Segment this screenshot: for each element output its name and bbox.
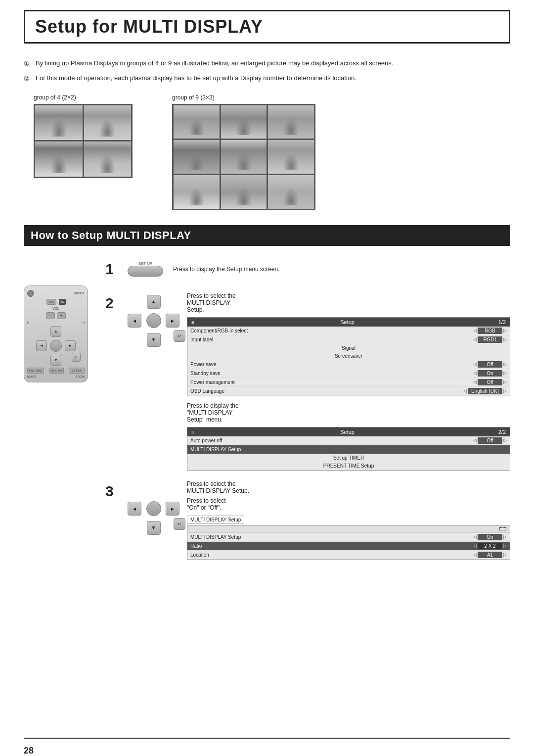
arrow-right-icon: ▷ [503,534,507,539]
step2-dpad-right[interactable]: ► [166,314,179,328]
step2-dpad-left[interactable]: ◄ [128,314,141,328]
menu-row-timer: Set up TIMER [187,454,510,462]
grid-cell [84,142,132,177]
remote-bottom-labels: MULTI ZOOM [27,375,85,378]
menu3-val-ratio: 2 X 2 [478,543,502,549]
menu-row-multi-display: MULTI DISPLAY Setup [187,445,510,454]
dpad-center-btn[interactable] [50,340,62,352]
menu3-icon-row: ⊏⊐ [187,525,510,533]
btn-picture[interactable]: PICTURE [27,368,44,374]
menu-row-present-time: PRESENT TIME Setup [187,462,510,470]
step3-dpad-center[interactable] [146,501,161,516]
menu3-label-location: Location [190,552,209,558]
menu-row-power-mgmt: Power management ◁ Off ▷ [187,378,510,387]
btn-plus: + [57,312,66,319]
menu-label-auto-power: Auto power off [190,438,222,443]
step3-dpad-down[interactable]: ▼ [147,521,161,535]
menu-value-osd: ◁ English (UK) ▷ [463,388,507,394]
dpad-right-btn[interactable]: ► [65,340,76,351]
grid-cell [84,105,132,141]
menu-value-standby: ◁ On ▷ [473,370,507,377]
section-header: How to Setup MULTI DISPLAY [24,225,510,246]
menu-screen-3: ⊏⊐ MULTI DISPLAY Setup ◁ On ▷ [187,525,510,560]
grid-cell [35,105,83,141]
menu-val-off1: Off [478,361,502,368]
arrow-left-icon: ◁ [473,371,477,376]
step3-dpad: ▼ ◄ ► ↵ [128,483,179,535]
step2-block: 2 ▲ ▼ ◄ ► ↵ Press to select the [105,292,510,471]
menu-val-osd: English (UK) [468,388,502,394]
intro-num-2: ② [24,74,33,84]
page-container: Setup for MULTI DISPLAY ① By lining up P… [0,10,534,756]
group-label-2: group of 9 (3×3) [172,94,215,101]
step2-desc1: Press to select the MULTI DISPLAY Setup. [187,292,510,313]
menu-val-rgb1: RGB1 [478,336,502,343]
step1-desc: Press to display the Setup menu screen. [173,266,279,273]
btn-minus: − [46,312,55,319]
menu-label-input: Input label [190,337,213,342]
remote-column: INPUT ⊙⊙ 4K VOL − + NR ▲ [24,261,95,382]
menu3-row-ratio: Ratio ◁ 2 X 2 ▷ [187,542,510,551]
step3-dpad-left[interactable]: ◄ [128,502,141,516]
menu-header-2: ≡ Setup 2/2 [187,427,510,436]
step2-lower-text: Press to display the "MULTI DISPLAY Setu… [187,402,510,423]
display-groups: group of 4 (2×2) group of 9 (3×3) [34,94,510,210]
menu-screen-1: ≡ Setup 1/2 Component/RGB-in select ◁ RG… [187,317,510,396]
dpad-up-btn[interactable]: ▲ [50,326,61,337]
step2-dpad-up[interactable]: ▲ [147,295,161,309]
display-group-2x2: group of 4 (2×2) [34,94,133,210]
grid-2x2 [34,104,133,178]
intro-section: ① By lining up Plasma Displays in groups… [24,58,510,84]
step2-dpad-down[interactable]: ▼ [147,333,161,347]
setup-button[interactable] [128,266,163,277]
grid-cell-img [84,105,132,141]
menu3-val-a1: A1 [478,552,502,558]
menu3-row-location: Location ◁ A1 ▷ [187,551,510,560]
menu3-icon: ⊏⊐ [499,526,507,531]
menu3-label-setup: MULTI DISPLAY Setup [190,534,241,540]
menu-header-1: ≡ Setup 1/2 [187,318,510,327]
arrow-left-icon: ◁ [473,337,477,342]
dpad-enter-btn[interactable]: ↵ [72,353,81,362]
intro-text-2: For this mode of operation, each plasma … [36,73,356,84]
menu3-value-setup: ◁ On ▷ [473,534,507,540]
menu-row-screensaver: Screensaver [187,352,510,360]
btn-4k: 4K [59,299,66,305]
btn-setup-remote[interactable]: SET UP [69,368,85,374]
dpad-left-btn[interactable]: ◄ [36,340,47,351]
grid-cell [35,142,83,177]
btn-sound[interactable]: SOUND [49,368,64,374]
arrow-right-icon: ▷ [503,362,507,367]
grid-cell-img [84,142,132,177]
grid-cell [268,105,314,139]
arrow-right-icon: ▷ [503,438,507,443]
display-group-3x3: group of 9 (3×3) [172,94,315,210]
step3-dpad-enter[interactable]: ↵ [174,518,185,530]
menu-screen-3-wrap: MULTI DISPLAY Setup ⊏⊐ MULTI DISPLAY Set… [187,515,510,560]
arrow-left-icon: ◁ [473,552,477,557]
arrow-left-icon: ◁ [473,543,477,548]
arrow-right-icon: ▷ [503,371,507,376]
intro-item-2: ② For this mode of operation, each plasm… [24,73,510,84]
menu-label-power-mgmt: Power management [190,379,235,385]
dpad-down-btn[interactable]: ▼ [50,355,61,366]
step2-number: 2 [105,292,128,312]
step3-dpad-right[interactable]: ► [166,502,179,516]
grid-cell [221,175,267,209]
grid-cell [268,140,314,174]
menu-label-standby: Standby save [190,371,221,376]
nr-label: NR [27,321,85,324]
menu-val-off2: Off [478,379,502,385]
step1-number: 1 [105,261,128,278]
grid-cell [174,105,220,139]
grid-3x3 [172,104,315,210]
menu-title-1: Setup [340,319,355,325]
step2-dpad-enter[interactable]: ↵ [174,330,185,342]
arrow-right-icon: ▷ [503,543,507,548]
menu-label-osd: OSD Language [190,388,224,394]
arrow-left-icon: ◁ [473,534,477,539]
step2-dpad-center[interactable] [146,313,161,328]
step3-block: 3 ▼ ◄ ► ↵ Press to select the MULTI DISP… [105,480,510,560]
label-multi: MULTI [27,375,36,378]
menu-page-1: 1/2 [498,319,506,325]
